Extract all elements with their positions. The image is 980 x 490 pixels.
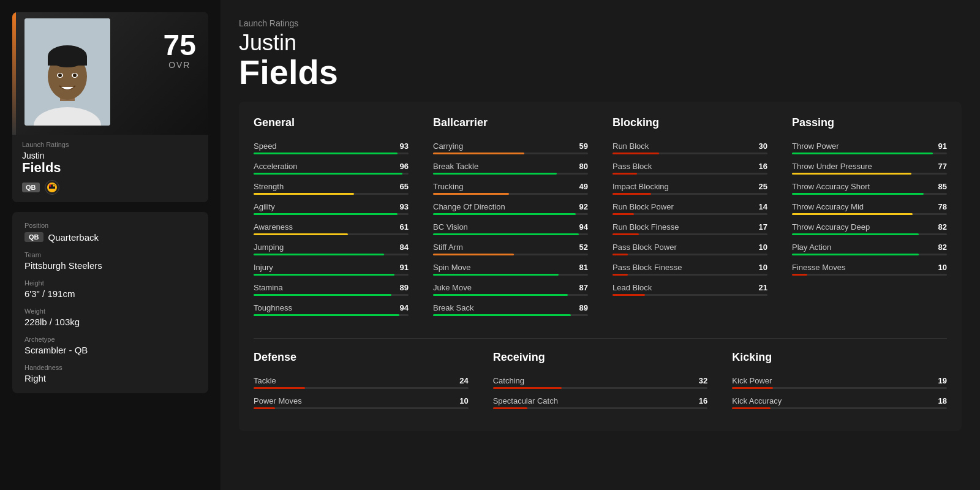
stat-name: BC Vision (433, 222, 468, 232)
stat-bar-fill (792, 213, 913, 215)
stat-value: 65 (400, 182, 409, 191)
stat-item: Catching32 (493, 376, 708, 389)
stat-value: 25 (759, 182, 767, 191)
stat-bar (254, 294, 409, 296)
stat-item: Carrying59 (433, 141, 588, 154)
stat-name: Toughness (254, 303, 292, 312)
stat-value: 93 (400, 141, 409, 151)
height-value: 6'3" / 191cm (24, 288, 196, 299)
stat-bar-fill (612, 213, 634, 215)
archetype-label: Archetype (24, 336, 196, 343)
stat-bar (433, 213, 588, 215)
defense-stats-list: Tackle24Power Moves10 (254, 376, 469, 409)
stat-bar-fill (433, 193, 509, 195)
stat-value: 18 (938, 396, 947, 405)
stat-row: Trucking49 (433, 182, 588, 191)
stat-bar (792, 213, 947, 215)
stat-value: 80 (579, 162, 588, 171)
stat-row: Break Tackle80 (433, 162, 588, 171)
stat-bar (612, 153, 767, 154)
stat-bar-fill (612, 233, 639, 235)
stat-item: Spin Move81 (433, 263, 588, 276)
stat-item: Stiff Arm52 (433, 243, 588, 255)
stat-row: Juke Move87 (433, 283, 588, 292)
stat-bar (792, 193, 947, 195)
defense-title: Defense (254, 351, 469, 366)
stat-value: 14 (759, 202, 767, 211)
stat-row: Jumping84 (254, 243, 409, 252)
page-subtitle: Launch Ratings (239, 18, 962, 28)
stat-bar (433, 254, 588, 255)
stat-item: Kick Power19 (732, 376, 947, 389)
stat-value: 10 (459, 396, 468, 405)
general-stats-list: Speed93Acceleration96Strength65Agility93… (254, 141, 409, 316)
kicking-stats-list: Kick Power19Kick Accuracy18 (732, 376, 947, 409)
position-badge: QB (22, 183, 40, 192)
stat-item: Acceleration96 (254, 162, 409, 175)
stat-item: Throw Power91 (792, 141, 947, 154)
stat-item: Break Sack89 (433, 303, 588, 316)
stat-bar-fill (612, 254, 628, 255)
stat-value: 78 (938, 202, 947, 211)
stat-row: Awareness61 (254, 222, 409, 232)
stat-row: Toughness94 (254, 303, 409, 312)
stat-name: Strength (254, 182, 284, 191)
stat-row: Kick Accuracy18 (732, 396, 947, 405)
stat-row: Finesse Moves10 (792, 263, 947, 272)
stat-bar-fill (433, 294, 568, 296)
player-ovr: 75 OVR (164, 31, 196, 70)
player-info-panel: Position QB Quarterback Team Pittsburgh … (12, 212, 208, 393)
stat-row: Stamina89 (254, 283, 409, 292)
stat-row: Injury91 (254, 263, 409, 272)
stat-name: Catching (493, 376, 524, 385)
stat-bar-fill (254, 173, 402, 175)
stat-value: 92 (579, 202, 588, 211)
stat-item: Stamina89 (254, 283, 409, 296)
category-blocking: Blocking Run Block30Pass Block16Impact B… (612, 116, 767, 323)
stat-bar-fill (433, 173, 557, 175)
stat-name: Stiff Arm (433, 243, 463, 252)
stat-row: Throw Accuracy Mid78 (792, 202, 947, 211)
stat-item: BC Vision94 (433, 222, 588, 235)
stat-name: Impact Blocking (612, 182, 669, 191)
stat-bar-fill (433, 233, 579, 235)
stat-bar (732, 407, 947, 409)
player-card: 75 OVR Launch Ratings Justin Fields QB (12, 12, 208, 202)
stat-value: 81 (579, 263, 588, 272)
passing-stats-list: Throw Power91Throw Under Pressure77Throw… (792, 141, 947, 276)
stat-name: Jumping (254, 243, 284, 252)
stat-value: 10 (759, 243, 767, 252)
position-value: QB Quarterback (24, 232, 99, 243)
stats-container: General Speed93Acceleration96Strength65A… (239, 102, 962, 431)
stat-bar (612, 274, 767, 276)
stat-row: Pass Block Finesse10 (612, 263, 767, 272)
stat-item: Power Moves10 (254, 396, 469, 409)
stat-value: 93 (400, 202, 409, 211)
stat-name: Trucking (433, 182, 463, 191)
stat-value: 91 (400, 263, 409, 272)
stat-bar-fill (792, 173, 911, 175)
stat-name: Throw Accuracy Deep (792, 222, 870, 232)
stat-name: Finesse Moves (792, 263, 845, 272)
stat-row: Break Sack89 (433, 303, 588, 312)
ballcarrier-stats-list: Carrying59Break Tackle80Trucking49Change… (433, 141, 588, 316)
stat-bar-fill (254, 213, 398, 215)
stat-bar-fill (433, 153, 524, 154)
stat-item: Trucking49 (433, 182, 588, 195)
weight-value: 228lb / 103kg (24, 317, 196, 327)
stat-bar (254, 274, 409, 276)
stat-name: Change Of Direction (433, 202, 505, 211)
svg-rect-5 (48, 56, 87, 66)
stat-value: 94 (579, 222, 588, 232)
position-label: Position (24, 222, 196, 229)
stat-bar-fill (732, 387, 773, 389)
stat-bar-fill (433, 213, 576, 215)
stat-value: 16 (699, 396, 707, 405)
stat-bar (792, 233, 947, 235)
stat-row: Lead Block21 (612, 283, 767, 292)
stat-bar-fill (254, 294, 391, 296)
stat-bar-fill (612, 294, 645, 296)
stat-bar-fill (254, 153, 398, 154)
stat-row: Throw Accuracy Short85 (792, 182, 947, 191)
stat-bar (254, 213, 409, 215)
